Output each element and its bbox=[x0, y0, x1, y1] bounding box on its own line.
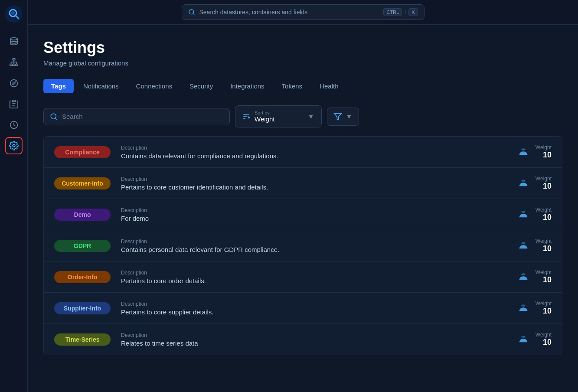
filter-button[interactable]: ▼ bbox=[327, 108, 359, 126]
weight-label: Weight bbox=[536, 301, 552, 307]
tag-weight: Weight 10 bbox=[517, 207, 552, 222]
tags-toolbar: Sort by Weight ▼ ▼ bbox=[43, 105, 562, 127]
weight-number: 10 bbox=[543, 338, 552, 347]
tag-badge[interactable]: Time-Series bbox=[54, 333, 111, 346]
sidebar-item-clock[interactable] bbox=[5, 116, 23, 134]
page-subtitle: Manage global configurations bbox=[43, 59, 562, 67]
svg-point-31 bbox=[521, 180, 525, 182]
tag-row: Supplier-Info Description Pertains to co… bbox=[44, 293, 562, 324]
tags-search-input[interactable] bbox=[62, 113, 223, 120]
weight-number: 10 bbox=[543, 275, 552, 284]
app-logo[interactable] bbox=[5, 5, 23, 23]
sidebar-item-compass[interactable] bbox=[5, 75, 23, 92]
tag-description: Description Relates to time series data bbox=[121, 332, 507, 347]
tag-desc-text: Pertains to core order details. bbox=[121, 277, 507, 284]
svg-point-23 bbox=[51, 114, 56, 119]
tab-connections[interactable]: Connections bbox=[128, 79, 180, 93]
tag-badge[interactable]: GDPR bbox=[54, 240, 111, 252]
weight-value: Weight 10 bbox=[536, 238, 552, 253]
weight-icon bbox=[517, 332, 529, 347]
weight-number: 10 bbox=[543, 182, 552, 191]
tab-integrations[interactable]: Integrations bbox=[222, 79, 272, 93]
svg-rect-5 bbox=[13, 59, 15, 60]
tags-search-field[interactable] bbox=[43, 108, 230, 125]
tag-desc-label: Description bbox=[121, 176, 507, 182]
global-search-bar[interactable]: CTRL + K bbox=[182, 4, 425, 20]
tag-desc-text: For demo bbox=[121, 215, 507, 222]
tag-badge[interactable]: Compliance bbox=[54, 146, 111, 158]
tag-badge[interactable]: Order-Info bbox=[54, 271, 111, 283]
tab-health[interactable]: Health bbox=[312, 79, 346, 93]
tag-weight: Weight 10 bbox=[517, 176, 552, 191]
weight-icon bbox=[517, 176, 529, 191]
page-content: Settings Manage global configurations Ta… bbox=[28, 25, 578, 392]
tag-description: Description Pertains to core order detai… bbox=[121, 270, 507, 284]
sidebar-item-clipboard[interactable] bbox=[5, 95, 23, 113]
tag-description: Description Contains data relevant for c… bbox=[121, 145, 507, 160]
svg-point-30 bbox=[521, 148, 525, 150]
tab-tags[interactable]: Tags bbox=[43, 79, 74, 93]
svg-rect-7 bbox=[13, 64, 15, 66]
weight-icon bbox=[517, 238, 529, 253]
sort-dropdown[interactable]: Sort by Weight ▼ bbox=[235, 105, 322, 127]
weight-label: Weight bbox=[536, 238, 552, 244]
sidebar-item-hierarchy[interactable] bbox=[5, 54, 23, 71]
weight-number: 10 bbox=[543, 307, 552, 316]
tag-row: Time-Series Description Relates to time … bbox=[44, 324, 562, 355]
sidebar bbox=[0, 0, 28, 392]
weight-value: Weight 10 bbox=[536, 176, 552, 191]
weight-value: Weight 10 bbox=[536, 269, 552, 284]
tag-desc-text: Pertains to core customer identification… bbox=[121, 183, 507, 191]
tag-weight: Weight 10 bbox=[517, 144, 552, 160]
tab-security[interactable]: Security bbox=[182, 79, 221, 93]
tag-row: GDPR Description Contains personal data … bbox=[44, 230, 562, 261]
tab-tokens[interactable]: Tokens bbox=[274, 79, 310, 93]
tag-desc-text: Relates to time series data bbox=[121, 340, 507, 347]
tag-description: Description Pertains to core supplier de… bbox=[121, 301, 507, 316]
tag-badge[interactable]: Demo bbox=[54, 209, 111, 221]
sidebar-item-settings[interactable] bbox=[5, 137, 23, 154]
weight-icon bbox=[517, 270, 529, 284]
svg-rect-16 bbox=[12, 100, 15, 102]
svg-line-22 bbox=[193, 13, 194, 15]
sort-by-text: Sort by bbox=[255, 110, 274, 115]
tag-desc-label: Description bbox=[121, 145, 507, 151]
tag-weight: Weight 10 bbox=[517, 332, 552, 347]
svg-point-33 bbox=[521, 242, 525, 244]
tab-notifications[interactable]: Notifications bbox=[75, 79, 127, 93]
weight-number: 10 bbox=[543, 150, 552, 160]
kbd-k: K bbox=[408, 8, 418, 16]
sidebar-item-database[interactable] bbox=[5, 33, 23, 50]
weight-value: Weight 10 bbox=[536, 144, 552, 160]
sort-value: Weight bbox=[255, 115, 274, 123]
tag-row: Customer-Info Description Pertains to co… bbox=[44, 168, 562, 199]
tag-desc-label: Description bbox=[121, 270, 507, 276]
svg-rect-6 bbox=[10, 64, 12, 66]
tag-weight: Weight 10 bbox=[517, 269, 552, 284]
weight-label: Weight bbox=[536, 332, 552, 338]
settings-tabs: Tags Notifications Connections Security … bbox=[43, 79, 562, 93]
tags-list: Compliance Description Contains data rel… bbox=[43, 136, 562, 355]
tag-desc-label: Description bbox=[121, 301, 507, 307]
global-search-icon bbox=[188, 9, 195, 16]
tag-weight: Weight 10 bbox=[517, 238, 552, 253]
global-search-input[interactable] bbox=[199, 9, 379, 16]
tag-desc-label: Description bbox=[121, 238, 507, 245]
tag-badge[interactable]: Supplier-Info bbox=[54, 302, 111, 314]
svg-point-21 bbox=[189, 10, 194, 14]
weight-label: Weight bbox=[536, 144, 552, 150]
filter-chevron-icon: ▼ bbox=[346, 113, 353, 121]
tag-desc-text: Contains personal data relevant for GDPR… bbox=[121, 246, 507, 253]
tags-search-icon bbox=[50, 113, 58, 121]
main-content: CTRL + K Settings Manage global configur… bbox=[28, 0, 578, 392]
weight-icon bbox=[517, 207, 529, 222]
tag-description: Description Pertains to core customer id… bbox=[121, 176, 507, 191]
svg-point-2 bbox=[11, 11, 15, 15]
kbd-plus: + bbox=[404, 9, 407, 15]
tag-desc-text: Pertains to core supplier details. bbox=[121, 308, 507, 316]
tag-badge[interactable]: Customer-Info bbox=[54, 177, 111, 189]
sort-chevron-icon: ▼ bbox=[307, 113, 314, 121]
tag-description: Description Contains personal data relev… bbox=[121, 238, 507, 253]
weight-icon bbox=[517, 301, 529, 316]
weight-number: 10 bbox=[543, 244, 552, 253]
